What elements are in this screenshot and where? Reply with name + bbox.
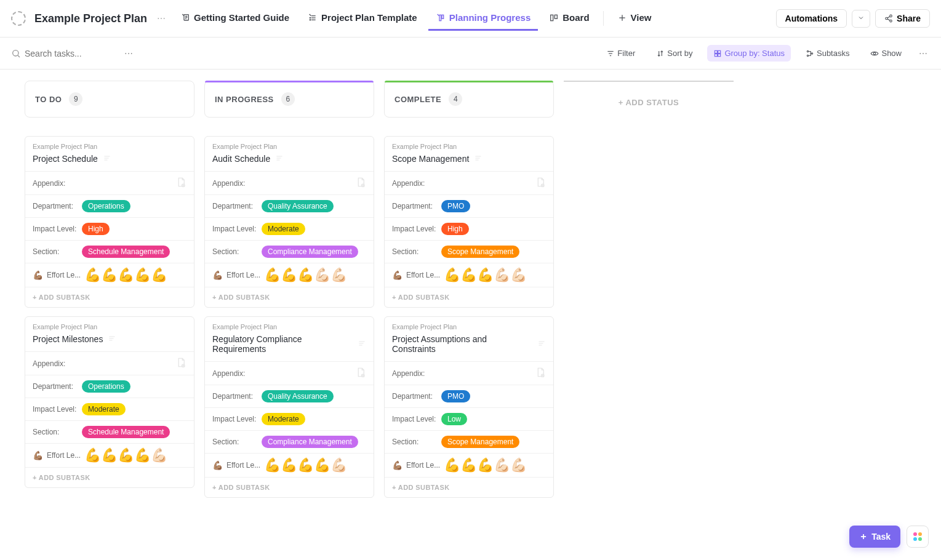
column-header[interactable]: IN PROGRESS6 xyxy=(204,81,374,118)
share-button[interactable]: Share xyxy=(875,9,930,28)
department-pill[interactable]: Operations xyxy=(82,200,130,212)
section-label: Section: xyxy=(33,247,82,256)
impact-pill[interactable]: Moderate xyxy=(262,223,305,235)
impact-row: Impact Level:Moderate xyxy=(205,217,374,240)
impact-pill[interactable]: High xyxy=(441,223,469,235)
appendix-row: Appendix: xyxy=(385,361,553,385)
add-subtask-button[interactable]: + ADD SUBTASK xyxy=(385,287,553,307)
toolbar-overflow-icon[interactable]: ⋯ xyxy=(916,46,930,61)
search-icon xyxy=(11,49,21,58)
project-title[interactable]: Example Project Plan xyxy=(34,12,147,25)
group-by-button[interactable]: Group by: Status xyxy=(707,45,791,62)
department-pill[interactable]: Quality Assurance xyxy=(262,200,334,212)
list-icon xyxy=(308,13,318,23)
effort-level[interactable]: 💪💪💪💪🏻💪🏻 xyxy=(444,458,527,472)
subtasks-button[interactable]: Subtasks xyxy=(799,45,855,62)
filter-icon xyxy=(606,49,615,58)
task-card[interactable]: Example Project PlanRegulatory Complianc… xyxy=(204,316,374,498)
card-title: Project Assumptions and Constraints xyxy=(392,334,546,354)
department-row: Department:PMO xyxy=(385,385,553,407)
card-title: Scope Management xyxy=(392,154,546,164)
share-label: Share xyxy=(897,14,921,23)
section-pill[interactable]: Scope Management xyxy=(441,246,519,258)
appendix-row: Appendix: xyxy=(205,171,374,194)
effort-row: 💪🏽Effort Le...💪💪💪💪💪 xyxy=(25,263,194,287)
tab-add-view[interactable]: View xyxy=(610,6,659,31)
add-subtask-button[interactable]: + ADD SUBTASK xyxy=(25,287,194,307)
impact-pill[interactable]: High xyxy=(82,223,110,235)
effort-icon: 💪🏽 xyxy=(33,270,43,280)
filter-button[interactable]: Filter xyxy=(600,45,641,62)
section-label: Section: xyxy=(392,247,441,256)
effort-row: 💪🏽Effort Le...💪💪💪💪🏻💪🏻 xyxy=(205,263,374,287)
task-card[interactable]: Example Project PlanScope Management App… xyxy=(384,136,554,308)
card-breadcrumb: Example Project Plan xyxy=(212,143,366,150)
svg-point-29 xyxy=(807,50,808,52)
svg-point-32 xyxy=(874,52,876,55)
project-icon[interactable] xyxy=(11,11,26,26)
automations-button[interactable]: Automations xyxy=(776,9,847,28)
tab-getting-started[interactable]: Getting Started Guide xyxy=(173,6,297,31)
effort-level[interactable]: 💪💪💪💪💪🏻 xyxy=(264,458,347,472)
appendix-row: Appendix: xyxy=(385,171,553,194)
doc-add-icon[interactable] xyxy=(535,367,546,380)
add-subtask-button[interactable]: + ADD SUBTASK xyxy=(205,477,374,497)
svg-point-15 xyxy=(890,15,892,17)
search-input[interactable] xyxy=(25,49,117,58)
more-icon[interactable]: ⋯ xyxy=(157,14,166,23)
impact-pill[interactable]: Low xyxy=(441,413,467,425)
tab-board[interactable]: Board xyxy=(542,6,596,31)
effort-icon: 💪🏽 xyxy=(33,450,43,460)
column-header[interactable]: COMPLETE4 xyxy=(384,81,554,118)
add-subtask-button[interactable]: + ADD SUBTASK xyxy=(25,467,194,487)
effort-label: Effort Le... xyxy=(47,271,81,279)
effort-level[interactable]: 💪💪💪💪🏻💪🏻 xyxy=(444,268,527,282)
impact-pill[interactable]: Moderate xyxy=(262,413,305,425)
section-pill[interactable]: Compliance Management xyxy=(262,246,358,258)
section-pill[interactable]: Schedule Management xyxy=(82,426,170,438)
section-row: Section:Schedule Management xyxy=(25,420,194,443)
department-row: Department:Operations xyxy=(25,194,194,217)
svg-rect-10 xyxy=(442,15,444,18)
add-subtask-button[interactable]: + ADD SUBTASK xyxy=(385,477,553,497)
tab-separator xyxy=(603,11,604,26)
sort-button[interactable]: Sort by xyxy=(650,45,699,62)
add-subtask-button[interactable]: + ADD SUBTASK xyxy=(205,287,374,307)
section-pill[interactable]: Compliance Management xyxy=(262,436,358,448)
doc-add-icon[interactable] xyxy=(355,367,366,380)
section-pill[interactable]: Scope Management xyxy=(441,436,519,448)
department-pill[interactable]: Operations xyxy=(82,380,130,393)
column-complete: COMPLETE4Example Project PlanScope Manag… xyxy=(384,81,554,506)
doc-add-icon[interactable] xyxy=(175,357,186,370)
task-card[interactable]: Example Project PlanProject Milestones A… xyxy=(25,316,194,488)
impact-label: Impact Level: xyxy=(392,225,441,233)
svg-point-31 xyxy=(811,52,812,54)
effort-level[interactable]: 💪💪💪💪🏻💪🏻 xyxy=(264,268,347,282)
toolbar-more-icon[interactable]: ⋯ xyxy=(122,46,135,61)
department-pill[interactable]: PMO xyxy=(441,200,470,212)
add-status-button[interactable]: + ADD STATUS xyxy=(564,81,734,123)
kanban-board: TO DO9Example Project PlanProject Schedu… xyxy=(0,70,941,518)
tab-project-plan-template[interactable]: Project Plan Template xyxy=(300,6,425,31)
task-card[interactable]: Example Project PlanAudit Schedule Appen… xyxy=(204,136,374,308)
department-pill[interactable]: PMO xyxy=(441,390,470,402)
effort-level[interactable]: 💪💪💪💪💪🏻 xyxy=(84,449,167,462)
doc-add-icon[interactable] xyxy=(355,177,366,190)
department-pill[interactable]: Quality Assurance xyxy=(262,390,334,402)
task-card[interactable]: Example Project PlanProject Schedule App… xyxy=(25,136,194,308)
section-label: Section: xyxy=(212,438,262,446)
effort-level[interactable]: 💪💪💪💪💪 xyxy=(84,268,167,282)
doc-add-icon[interactable] xyxy=(535,177,546,190)
section-row: Section:Compliance Management xyxy=(205,430,374,453)
impact-pill[interactable]: Moderate xyxy=(82,403,126,415)
automations-dropdown[interactable] xyxy=(852,10,870,28)
appendix-label: Appendix: xyxy=(392,369,441,378)
eye-icon xyxy=(870,49,879,58)
doc-add-icon[interactable] xyxy=(175,177,186,190)
svg-rect-12 xyxy=(555,15,558,18)
column-header[interactable]: TO DO9 xyxy=(25,81,194,118)
task-card[interactable]: Example Project PlanProject Assumptions … xyxy=(384,316,554,498)
section-pill[interactable]: Schedule Management xyxy=(82,246,170,258)
tab-planning-progress[interactable]: Planning Progress xyxy=(428,6,539,31)
show-button[interactable]: Show xyxy=(864,45,908,62)
